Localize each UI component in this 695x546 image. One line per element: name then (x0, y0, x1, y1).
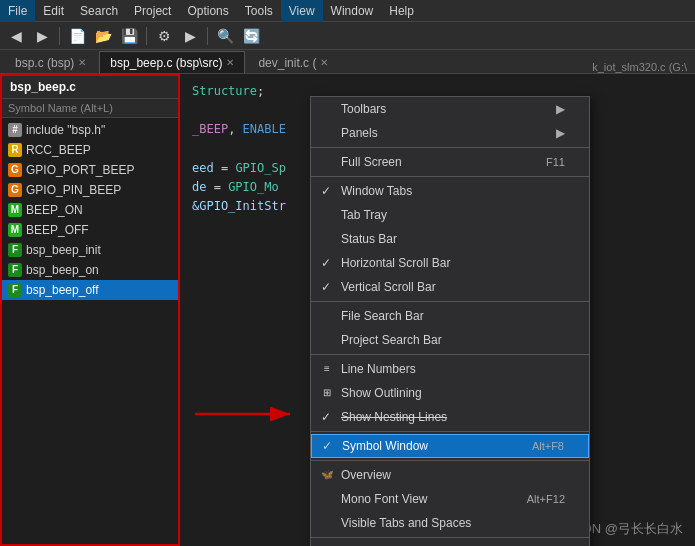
symbol-icon-hash: # (8, 123, 22, 137)
symbol-icon-rcc: R (8, 143, 22, 157)
tab-close-bsp[interactable]: ✕ (78, 52, 86, 74)
submenu-arrow-icon2: ▶ (556, 121, 565, 145)
menu-item-label: Symbol Window (342, 434, 428, 458)
build-button[interactable]: ⚙ (152, 25, 176, 47)
checkmark-icon5: ✓ (322, 434, 332, 458)
open-file-button[interactable]: 📂 (91, 25, 115, 47)
menu-item-label: Vertical Scroll Bar (341, 275, 436, 299)
menu-item-mono-font[interactable]: Mono Font View Alt+F12 (311, 487, 589, 511)
menu-separator-7 (311, 537, 589, 538)
menu-search[interactable]: Search (72, 0, 126, 22)
symbol-label: bsp_beep_off (26, 280, 99, 300)
menu-item-label: Toolbars (341, 97, 386, 121)
menu-file[interactable]: File (0, 0, 35, 22)
menu-item-status-bar[interactable]: Status Bar (311, 227, 589, 251)
tab-label: dev_init.c ( (258, 52, 316, 74)
menu-separator-4 (311, 354, 589, 355)
menu-item-hscroll[interactable]: ✓ Horizontal Scroll Bar (311, 251, 589, 275)
menu-separator-3 (311, 301, 589, 302)
symbol-search-hint: Symbol Name (Alt+L) (2, 99, 178, 118)
symbol-rcc-beep[interactable]: R RCC_BEEP (2, 140, 178, 160)
menu-item-shortcut2: Alt+F8 (532, 434, 564, 458)
tab-bsp-beep[interactable]: bsp_beep.c (bsp\src) ✕ (99, 51, 245, 73)
menu-item-file-search[interactable]: File Search Bar (311, 304, 589, 328)
menu-item-symbol-window[interactable]: ✓ Symbol Window Alt+F8 (311, 434, 589, 458)
menu-item-shortcut: F11 (546, 150, 565, 174)
symbol-label: bsp_beep_on (26, 260, 99, 280)
tab-close-dev-init[interactable]: ✕ (320, 52, 328, 74)
menu-item-vscroll[interactable]: ✓ Vertical Scroll Bar (311, 275, 589, 299)
view-dropdown-menu: Toolbars ▶ Panels ▶ Full Screen F11 ✓ Wi… (310, 96, 590, 546)
symbol-gpio-pin[interactable]: G GPIO_PIN_BEEP (2, 180, 178, 200)
tab-dev-init[interactable]: dev_init.c ( ✕ (247, 51, 339, 73)
symbol-label: BEEP_OFF (26, 220, 89, 240)
menu-item-fullscreen[interactable]: Full Screen F11 (311, 150, 589, 174)
symbol-panel: bsp_beep.c Symbol Name (Alt+L) # include… (0, 74, 180, 546)
symbol-label: bsp_beep_init (26, 240, 101, 260)
new-file-button[interactable]: 📄 (65, 25, 89, 47)
menu-item-visible-tabs[interactable]: Visible Tabs and Spaces (311, 511, 589, 535)
symbol-icon-green: M (8, 203, 22, 217)
menu-item-show-outlining[interactable]: ⊞ Show Outlining (311, 381, 589, 405)
tab-bsp[interactable]: bsp.c (bsp) ✕ (4, 51, 97, 73)
symbol-beep-off[interactable]: M BEEP_OFF (2, 220, 178, 240)
menu-separator-5 (311, 431, 589, 432)
search-button[interactable]: 🔍 (213, 25, 237, 47)
menu-item-toolbars[interactable]: Toolbars ▶ (311, 97, 589, 121)
symbol-label: include "bsp.h" (26, 120, 105, 140)
tab-close-bsp-beep[interactable]: ✕ (226, 52, 234, 74)
symbol-icon-func2: F (8, 263, 22, 277)
menu-item-label: Visible Tabs and Spaces (341, 511, 471, 535)
menu-item-nesting-lines[interactable]: ✓ Show Nesting Lines (311, 405, 589, 429)
toolbar-separator-2 (146, 27, 147, 45)
line-numbers-icon: ≡ (319, 361, 335, 377)
menu-item-window-tabs[interactable]: ✓ Window Tabs (311, 179, 589, 203)
menu-item-panels[interactable]: Panels ▶ (311, 121, 589, 145)
menu-item-shortcut3: Alt+F12 (527, 487, 565, 511)
menu-item-load-layout[interactable]: 📋 Load Layout... (311, 540, 589, 546)
symbol-icon-func: F (8, 243, 22, 257)
menu-item-label: Show Nesting Lines (341, 405, 447, 429)
symbol-beep-on-fn[interactable]: F bsp_beep_on (2, 260, 178, 280)
menu-item-label: Panels (341, 121, 378, 145)
menu-view[interactable]: View (281, 0, 323, 22)
menu-item-line-numbers[interactable]: ≡ Line Numbers (311, 357, 589, 381)
menu-item-project-search[interactable]: Project Search Bar (311, 328, 589, 352)
checkmark-icon3: ✓ (321, 275, 331, 299)
menu-options[interactable]: Options (179, 0, 236, 22)
replace-button[interactable]: 🔄 (239, 25, 263, 47)
menu-window[interactable]: Window (323, 0, 382, 22)
symbol-include[interactable]: # include "bsp.h" (2, 120, 178, 140)
menu-item-label: Status Bar (341, 227, 397, 251)
menu-item-label: Overview (341, 463, 391, 487)
symbol-label: RCC_BEEP (26, 140, 91, 160)
symbol-beep-on[interactable]: M BEEP_ON (2, 200, 178, 220)
symbol-beep-off-fn[interactable]: F bsp_beep_off (2, 280, 178, 300)
symbol-icon-gpio: G (8, 163, 22, 177)
checkmark-icon2: ✓ (321, 251, 331, 275)
symbol-label: GPIO_PORT_BEEP (26, 160, 135, 180)
tab-extra: k_iot_slm320.c (G:\ (592, 61, 695, 73)
menu-project[interactable]: Project (126, 0, 179, 22)
checkmark-icon4: ✓ (321, 405, 331, 429)
run-button[interactable]: ▶ (178, 25, 202, 47)
forward-button[interactable]: ▶ (30, 25, 54, 47)
save-button[interactable]: 💾 (117, 25, 141, 47)
menu-separator-1 (311, 147, 589, 148)
menu-bar: File Edit Search Project Options Tools V… (0, 0, 695, 22)
overview-icon: 🦋 (319, 467, 335, 483)
menu-item-label: Tab Tray (341, 203, 387, 227)
symbol-gpio-port[interactable]: G GPIO_PORT_BEEP (2, 160, 178, 180)
menu-item-overview[interactable]: 🦋 Overview (311, 463, 589, 487)
symbol-beep-init[interactable]: F bsp_beep_init (2, 240, 178, 260)
symbol-list: # include "bsp.h" R RCC_BEEP G GPIO_PORT… (2, 118, 178, 544)
menu-item-tab-tray[interactable]: Tab Tray (311, 203, 589, 227)
back-button[interactable]: ◀ (4, 25, 28, 47)
menu-item-label: Line Numbers (341, 357, 416, 381)
menu-edit[interactable]: Edit (35, 0, 72, 22)
menu-tools[interactable]: Tools (237, 0, 281, 22)
toolbar: ◀ ▶ 📄 📂 💾 ⚙ ▶ 🔍 🔄 (0, 22, 695, 50)
menu-item-label: Show Outlining (341, 381, 422, 405)
symbol-panel-title: bsp_beep.c (2, 76, 178, 99)
menu-help[interactable]: Help (381, 0, 422, 22)
